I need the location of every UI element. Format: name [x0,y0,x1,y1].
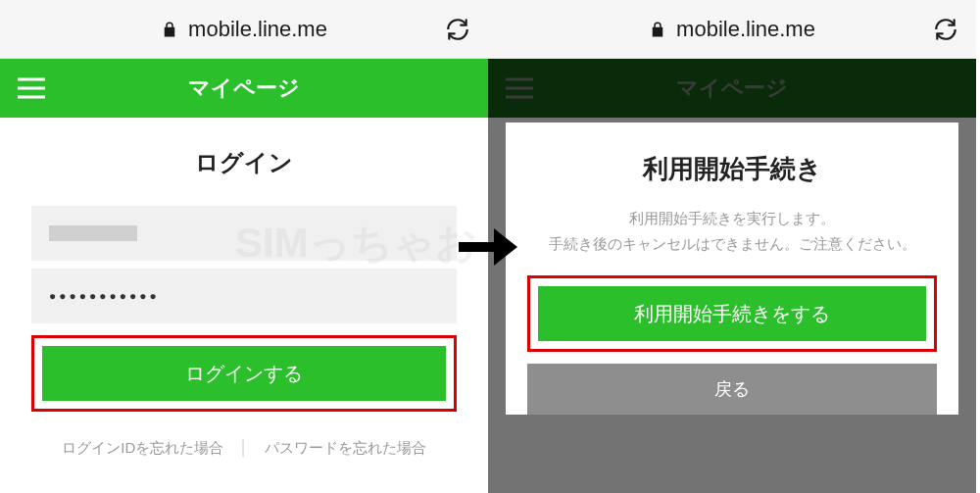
password-value: ●●●●●●●●●●● [49,289,160,303]
lock-icon [649,21,666,38]
highlight-annotation: ログインする [31,335,457,412]
arrow-icon [459,224,517,270]
modal-title: 利用開始手続き [527,152,937,186]
start-usage-modal: 利用開始手続き 利用開始手続きを実行します。 手続き後のキャンセルはできません。… [506,123,958,415]
right-screen: mobile.line.me マイページ 利用開始手続き 利用開始手続きを実行し… [488,0,976,493]
highlight-annotation: 利用開始手続きをする [527,275,937,352]
proceed-button-label: 利用開始手続きをする [634,301,830,327]
hamburger-icon[interactable] [18,77,45,99]
login-id-field[interactable] [31,206,457,261]
page-header: マイページ [0,59,488,118]
lock-icon [161,21,178,38]
link-separator: │ [239,439,248,458]
masked-id-value [49,225,137,241]
forgot-id-link[interactable]: ログインIDを忘れた場合 [62,439,223,458]
browser-bar: mobile.line.me [488,0,976,59]
forgot-password-link[interactable]: パスワードを忘れた場合 [265,439,426,458]
header-title: マイページ [188,74,300,103]
left-screen: mobile.line.me マイページ ログイン ●●●●●●●●●●● ログ… [0,0,488,493]
login-button-label: ログインする [185,361,303,387]
modal-description: 利用開始手続きを実行します。 手続き後のキャンセルはできません。ご注意ください。 [527,206,937,256]
reload-icon[interactable] [933,17,958,42]
back-button-label: 戻る [714,377,750,401]
help-links: ログインIDを忘れた場合 │ パスワードを忘れた場合 [31,439,457,458]
proceed-button[interactable]: 利用開始手続きをする [538,286,926,341]
reload-icon[interactable] [445,17,470,42]
url-text: mobile.line.me [188,17,327,42]
url-text: mobile.line.me [676,17,815,42]
browser-bar: mobile.line.me [0,0,488,59]
login-heading: ログイン [31,147,457,178]
password-field[interactable]: ●●●●●●●●●●● [31,269,457,323]
login-button[interactable]: ログインする [42,346,446,401]
back-button[interactable]: 戻る [527,364,937,415]
